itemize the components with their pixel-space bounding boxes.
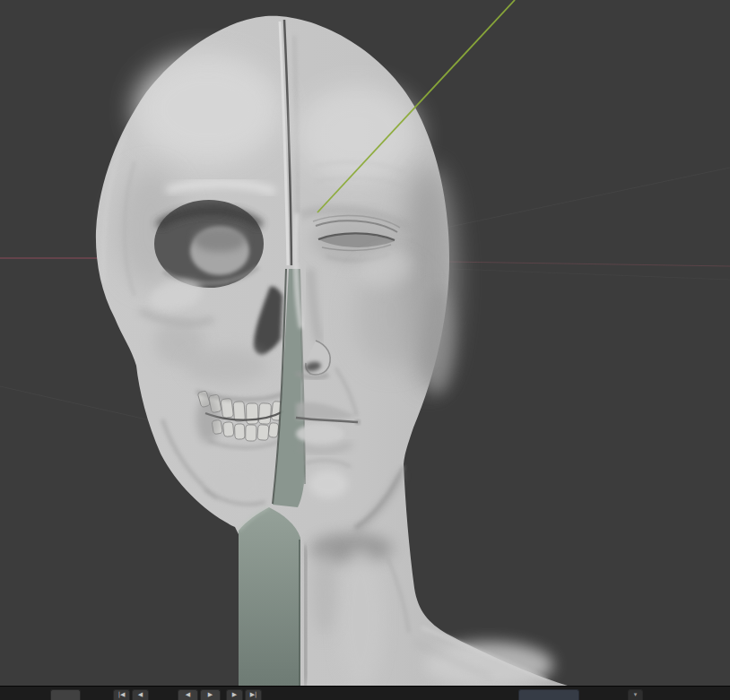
- playback-group-play: ◀ ▶: [178, 689, 221, 700]
- editor-type-button[interactable]: [50, 689, 81, 700]
- jump-to-end-button[interactable]: ▶|: [245, 689, 262, 700]
- playback-group-start: |◀ ◀: [113, 689, 149, 700]
- jump-to-start-button[interactable]: |◀: [113, 689, 130, 700]
- cut-plane-slab: [239, 507, 306, 686]
- play-reverse-button[interactable]: ◀: [178, 689, 198, 700]
- viewport-3d[interactable]: [0, 0, 730, 686]
- skull-eye-socket: [154, 200, 264, 288]
- filter-dropdown-icon[interactable]: ▾: [628, 689, 643, 700]
- previous-keyframe-button[interactable]: ◀: [132, 689, 149, 700]
- playback-group-end: ▶ ▶|: [226, 689, 262, 700]
- next-keyframe-button[interactable]: ▶: [226, 689, 243, 700]
- play-button[interactable]: ▶: [200, 689, 221, 700]
- frame-number-field[interactable]: [518, 689, 579, 700]
- timeline-header: |◀ ◀ ◀ ▶ ▶ ▶| ▾: [0, 686, 730, 700]
